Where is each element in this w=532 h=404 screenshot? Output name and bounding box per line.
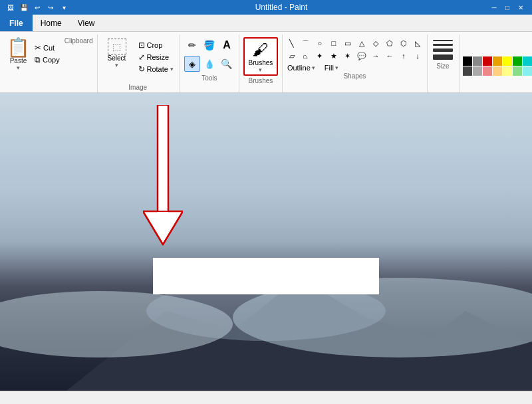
view-menu[interactable]: View — [70, 15, 103, 31]
shapes-grid: ╲ ⌒ ○ □ ▭ △ ◇ ⬠ ⬡ ◺ ▱ ⏢ ✦ ★ ✶ 💬 → ← ↑ ↓ — [285, 37, 424, 62]
color-swatch[interactable] — [483, 66, 492, 76]
copy-button[interactable]: ⧉ Copy — [33, 54, 62, 65]
color-swatch[interactable] — [493, 66, 502, 76]
color-swatch[interactable] — [513, 56, 522, 66]
resize-label: Resize — [147, 53, 170, 61]
paste-button[interactable]: 📋 Paste ▾ — [4, 37, 33, 72]
outline-label: Outline — [287, 64, 311, 72]
size-lines — [430, 37, 456, 62]
rotate-button[interactable]: ↻ Rotate ▾ — [136, 64, 176, 74]
shape-right-triangle[interactable]: ◺ — [411, 37, 424, 49]
image-actions: ⊡ Crop ⤢ Resize ↻ Rotate ▾ — [136, 37, 176, 84]
brushes-label: Brushes — [249, 59, 273, 66]
color-boxes: Color 1 Color 2 — [463, 37, 532, 94]
shapes-section: ╲ ⌒ ○ □ ▭ △ ◇ ⬠ ⬡ ◺ ▱ ⏢ ✦ ★ ✶ 💬 → ← ↑ ↓ … — [283, 35, 428, 92]
crop-button[interactable]: ⊡ Crop — [136, 40, 176, 50]
shape-curve[interactable]: ⌒ — [299, 37, 313, 49]
color-swatch[interactable] — [503, 56, 512, 66]
color-swatch[interactable] — [473, 66, 482, 76]
shapes-section-label: Shapes — [285, 72, 424, 81]
maximize-button[interactable]: □ — [501, 2, 513, 13]
shapes-bottom: Outline ▾ Fill ▾ — [285, 63, 424, 72]
color-picker-button[interactable]: 💧 — [201, 56, 217, 72]
size-section: Size — [428, 35, 460, 92]
color-swatch[interactable] — [523, 56, 532, 66]
eraser-button[interactable]: ◈ — [184, 56, 200, 72]
fill-dropdown[interactable]: Fill ▾ — [323, 63, 340, 72]
image-section-label: Image — [100, 84, 176, 92]
color-swatch[interactable] — [473, 56, 482, 66]
redo-icon[interactable]: ↪ — [45, 2, 56, 13]
shape-diagonal-line[interactable]: ╲ — [285, 37, 299, 49]
color-palette — [463, 56, 532, 76]
rotate-label: Rotate — [147, 65, 168, 73]
undo-icon[interactable]: ↩ — [32, 2, 43, 13]
brush-icon: 🖌 — [253, 41, 269, 59]
cut-icon: ✂ — [35, 43, 41, 52]
minimize-button[interactable]: ─ — [488, 2, 500, 13]
title-bar: 🖼 💾 ↩ ↪ ▾ Untitled - Paint ─ □ ✕ — [0, 0, 532, 15]
window-controls: ─ □ ✕ — [488, 2, 527, 13]
crop-icon: ⊡ — [138, 41, 145, 50]
text-button[interactable]: A — [219, 37, 235, 53]
shape-parallelogram[interactable]: ▱ — [285, 50, 299, 62]
shape-roundrect[interactable]: ▭ — [341, 37, 354, 49]
size-line-2[interactable] — [433, 44, 453, 46]
paste-label: Paste — [10, 57, 27, 64]
copy-label: Copy — [43, 56, 60, 64]
close-button[interactable]: ✕ — [515, 2, 527, 13]
shape-rect[interactable]: □ — [327, 37, 340, 49]
color-swatch[interactable] — [463, 66, 472, 76]
color-swatch[interactable] — [513, 66, 522, 76]
dropdown-icon[interactable]: ▾ — [59, 2, 69, 13]
shape-arrow-left[interactable]: ← — [383, 50, 396, 62]
paste-dropdown-icon: ▾ — [17, 64, 20, 71]
home-menu[interactable]: Home — [33, 15, 70, 31]
color-swatch[interactable] — [503, 66, 512, 76]
size-line-1[interactable] — [433, 40, 453, 41]
rotate-icon: ↻ — [138, 64, 145, 74]
magnifier-button[interactable]: 🔍 — [219, 56, 235, 72]
shape-trapezoid[interactable]: ⏢ — [299, 50, 313, 62]
tools-section: ✏ 🪣 A ◈ 💧 🔍 Tools — [180, 35, 239, 92]
resize-button[interactable]: ⤢ Resize — [136, 52, 176, 62]
shape-4star[interactable]: ✦ — [313, 50, 327, 62]
shape-triangle[interactable]: △ — [355, 37, 368, 49]
color-swatch[interactable] — [523, 66, 532, 76]
shape-pentagon[interactable]: ⬠ — [383, 37, 396, 49]
file-menu[interactable]: File — [0, 15, 33, 31]
svg-marker-8 — [145, 213, 181, 242]
clipboard-section: 📋 Paste ▾ ✂ Cut ⧉ Copy Clipboard — [1, 35, 98, 92]
tools-section-label: Tools — [184, 74, 235, 83]
crop-label: Crop — [147, 41, 163, 49]
shape-diamond[interactable]: ◇ — [369, 37, 382, 49]
select-button[interactable]: ⬚ Select ▾ — [100, 37, 134, 84]
color-swatch[interactable] — [463, 56, 472, 66]
resize-icon: ⤢ — [138, 52, 145, 62]
pencil-button[interactable]: ✏ — [184, 37, 200, 53]
brushes-button[interactable]: 🖌 Brushes ▾ — [243, 37, 278, 76]
size-line-3[interactable] — [433, 49, 453, 52]
shape-6star[interactable]: ✶ — [341, 50, 354, 62]
shape-5star[interactable]: ★ — [327, 50, 340, 62]
cut-button[interactable]: ✂ Cut — [33, 43, 62, 53]
shape-arrow-down[interactable]: ↓ — [411, 50, 424, 62]
shape-oval[interactable]: ○ — [313, 37, 327, 49]
shape-callout[interactable]: 💬 — [355, 50, 368, 62]
shape-arrow-right[interactable]: → — [369, 50, 382, 62]
size-line-4[interactable] — [433, 54, 453, 60]
select-dropdown-icon: ▾ — [115, 62, 118, 68]
save-icon[interactable]: 💾 — [19, 2, 29, 13]
color-swatch[interactable] — [493, 56, 502, 66]
outline-dropdown[interactable]: Outline ▾ — [285, 63, 317, 72]
fill-dropdown-icon: ▾ — [335, 64, 338, 71]
white-rectangle — [153, 258, 379, 294]
tools-row2: ◈ 💧 🔍 — [184, 56, 235, 72]
color-swatch[interactable] — [483, 56, 492, 66]
color-section: Color 1 Color 2 — [460, 35, 532, 92]
canvas-area[interactable] — [0, 93, 532, 391]
shape-hexagon[interactable]: ⬡ — [397, 37, 410, 49]
shape-arrow-up[interactable]: ↑ — [397, 50, 410, 62]
fill-button[interactable]: 🪣 — [201, 37, 217, 53]
menu-bar: File Home View — [0, 15, 532, 32]
